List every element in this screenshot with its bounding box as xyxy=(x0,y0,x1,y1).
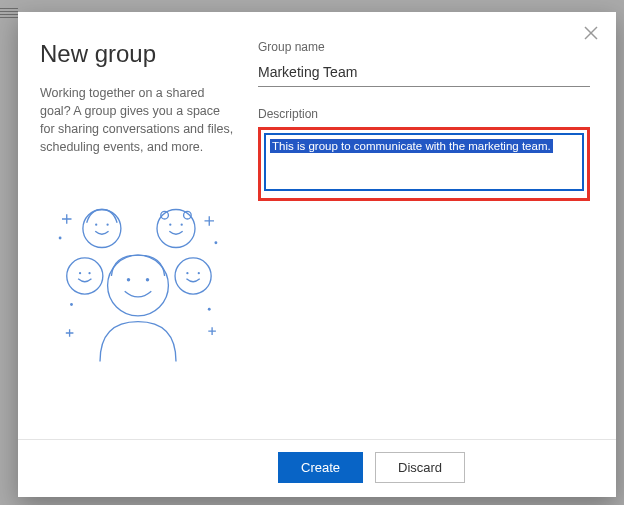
group-name-field: Group name xyxy=(258,40,590,87)
description-highlight-box: This is group to communicate with the ma… xyxy=(258,127,590,201)
svg-point-17 xyxy=(67,257,103,293)
new-group-dialog: New group Working together on a shared g… xyxy=(18,12,616,497)
right-pane: Group name Description This is group to … xyxy=(258,12,616,439)
svg-point-14 xyxy=(175,257,211,293)
svg-point-20 xyxy=(108,255,169,316)
people-illustration-icon xyxy=(43,181,233,371)
description-field: Description This is group to communicate… xyxy=(258,107,590,201)
dialog-title: New group xyxy=(40,40,236,68)
svg-point-21 xyxy=(127,278,130,281)
svg-point-15 xyxy=(186,272,188,274)
svg-point-6 xyxy=(83,209,121,247)
dialog-body: New group Working together on a shared g… xyxy=(18,12,616,439)
svg-point-9 xyxy=(157,209,195,247)
group-illustration xyxy=(40,181,236,371)
svg-point-5 xyxy=(208,307,211,310)
svg-point-8 xyxy=(106,223,108,225)
svg-point-2 xyxy=(59,236,62,239)
group-name-input[interactable] xyxy=(258,60,590,87)
group-name-label: Group name xyxy=(258,40,590,54)
discard-button[interactable]: Discard xyxy=(375,452,465,483)
svg-point-4 xyxy=(70,303,73,306)
left-pane: New group Working together on a shared g… xyxy=(18,12,258,439)
svg-point-7 xyxy=(95,223,97,225)
svg-point-11 xyxy=(181,223,183,225)
dialog-footer: Create Discard xyxy=(18,439,616,497)
svg-point-10 xyxy=(169,223,171,225)
svg-point-3 xyxy=(214,241,217,244)
description-input[interactable] xyxy=(264,133,584,191)
svg-point-19 xyxy=(88,272,90,274)
close-button[interactable] xyxy=(580,22,602,44)
svg-point-18 xyxy=(79,272,81,274)
svg-point-16 xyxy=(198,272,200,274)
close-icon xyxy=(584,26,598,40)
create-button[interactable]: Create xyxy=(278,452,363,483)
description-label: Description xyxy=(258,107,590,121)
hamburger-menu-icon xyxy=(0,8,18,18)
dialog-subtitle: Working together on a shared goal? A gro… xyxy=(40,84,236,157)
svg-point-22 xyxy=(146,278,149,281)
